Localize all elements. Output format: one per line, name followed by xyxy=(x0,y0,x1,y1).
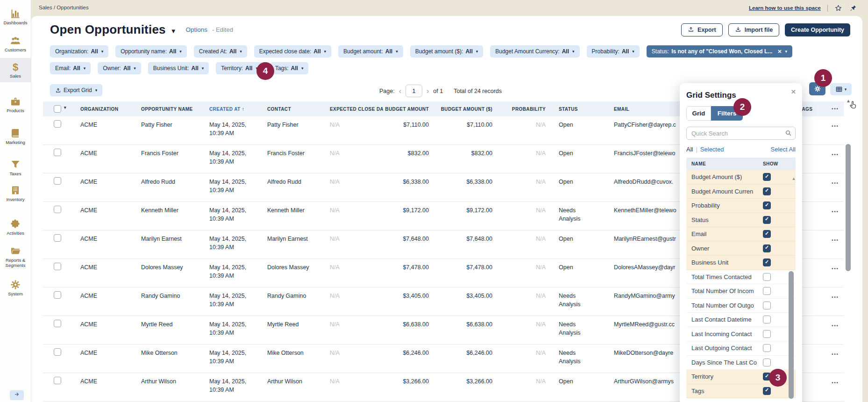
show-checkbox[interactable] xyxy=(763,302,771,309)
panel-column-row-status[interactable]: Status xyxy=(686,213,796,228)
quick-search-input[interactable] xyxy=(686,127,796,140)
filter-chip-expected-close-date[interactable]: Expected close date: All▾ xyxy=(254,45,331,57)
close-icon[interactable]: ✕ xyxy=(777,49,782,55)
close-icon[interactable]: ✕ xyxy=(791,88,796,95)
filter-chip-budget-amount[interactable]: Budget amount: All▾ xyxy=(338,45,403,57)
export-grid-button[interactable]: Export Grid ▾ xyxy=(50,84,102,96)
row-actions-icon[interactable]: ••• xyxy=(827,202,844,230)
column-header-probability[interactable]: PROBABILITY xyxy=(499,101,552,116)
breadcrumb[interactable]: Sales / Opportunities xyxy=(39,5,89,10)
filter-chip-status[interactable]: Status: Is not any of "Closed Won, Close… xyxy=(647,45,792,57)
column-menu-icon[interactable]: ••• xyxy=(827,101,844,116)
panel-column-row-budget-amount-curren[interactable]: Budget Amount Curren xyxy=(686,185,796,199)
filter-selected-link[interactable]: Selected xyxy=(700,146,724,153)
filter-chip-territory[interactable]: Territory: All▾ xyxy=(216,62,263,74)
row-checkbox[interactable] xyxy=(54,348,61,356)
filter-all-link[interactable]: All xyxy=(686,146,693,153)
column-header-status[interactable]: STATUS xyxy=(552,101,607,116)
filter-chip-email[interactable]: Email: All▾ xyxy=(50,62,91,74)
sidebar-item-sales[interactable]: $Sales xyxy=(0,58,31,82)
sidebar-item-inventory[interactable]: Inventory xyxy=(0,181,31,206)
filter-chip-budget-amount-currency[interactable]: Budget Amount Currency: All▾ xyxy=(490,45,579,57)
table-scrollbar[interactable] xyxy=(846,144,851,271)
export-button[interactable]: Export xyxy=(681,23,723,36)
row-checkbox[interactable] xyxy=(54,234,61,242)
panel-column-row-total-number-of-incom[interactable]: Total Number Of Incom xyxy=(686,284,796,299)
filter-chip-budget-amount[interactable]: Budget amount ($): All▾ xyxy=(410,45,484,57)
row-checkbox[interactable] xyxy=(54,291,61,299)
show-checkbox[interactable] xyxy=(763,258,771,266)
column-header-budget-amount[interactable]: BUDGET AMOUNT xyxy=(383,101,435,116)
row-actions-icon[interactable]: ••• xyxy=(827,345,844,373)
sidebar-item-marketing[interactable]: Marketing xyxy=(0,124,31,149)
column-header-created-at[interactable]: CREATED AT↑ xyxy=(203,101,261,116)
page-next-icon[interactable]: › xyxy=(427,87,429,95)
panel-column-row-last-incoming-contact[interactable]: Last Incoming Contact xyxy=(686,327,796,342)
row-checkbox[interactable] xyxy=(54,149,61,156)
column-header-budget-amount[interactable]: BUDGET AMOUNT ($) xyxy=(435,101,499,116)
row-actions-icon[interactable]: ••• xyxy=(827,230,844,258)
row-actions-icon[interactable]: ••• xyxy=(827,145,844,173)
panel-column-row-total-times-contacted[interactable]: Total Times Contacted xyxy=(686,270,796,285)
row-checkbox[interactable] xyxy=(54,377,61,384)
show-checkbox[interactable] xyxy=(763,244,771,252)
column-header-expected-close-date[interactable]: EXPECTED CLOSE DATE xyxy=(323,101,383,116)
sidebar-item-reports-segments[interactable]: Reports & Segments xyxy=(0,242,31,272)
title-caret-icon[interactable]: ▼ xyxy=(171,28,177,35)
options-link[interactable]: Options xyxy=(186,26,208,33)
panel-scroll-up-icon[interactable]: ▲ xyxy=(791,176,797,181)
show-checkbox[interactable] xyxy=(763,173,771,181)
show-checkbox[interactable] xyxy=(763,201,771,209)
row-actions-icon[interactable]: ••• xyxy=(827,173,844,201)
show-checkbox[interactable] xyxy=(763,216,771,224)
page-prev-icon[interactable]: ‹ xyxy=(399,87,401,95)
panel-column-row-last-outgoing-contact[interactable]: Last Outgoing Contact xyxy=(686,341,796,356)
show-checkbox[interactable] xyxy=(763,344,771,352)
panel-column-row-business-unit[interactable]: Business Unit xyxy=(686,256,796,270)
filter-chip-organization[interactable]: Organization: All▾ xyxy=(50,45,108,57)
sidebar-item-system[interactable]: System xyxy=(0,276,31,300)
select-all-link[interactable]: Select All xyxy=(771,146,796,153)
panel-scrollbar[interactable] xyxy=(789,271,794,399)
create-opportunity-button[interactable]: Create Opportunity xyxy=(785,23,850,36)
grid-view-button[interactable]: ▾ xyxy=(830,83,852,95)
sidebar-item-dashboards[interactable]: Dashboards xyxy=(0,5,31,29)
panel-column-row-owner[interactable]: Owner xyxy=(686,242,796,256)
select-all-checkbox[interactable] xyxy=(54,105,61,113)
sidebar-item-activities[interactable]: Activities xyxy=(0,215,31,239)
filter-chip-opportunity-name[interactable]: Opportunity name: All▾ xyxy=(115,45,187,57)
page-number-input[interactable]: 1 xyxy=(406,85,422,97)
row-checkbox[interactable] xyxy=(54,320,61,327)
show-checkbox[interactable] xyxy=(763,287,771,295)
show-checkbox[interactable] xyxy=(763,316,771,323)
row-actions-icon[interactable]: ••• xyxy=(827,373,844,401)
sidebar-item-products[interactable]: Products xyxy=(0,93,31,117)
show-checkbox[interactable] xyxy=(763,187,771,195)
filter-chip-owner[interactable]: Owner: All▾ xyxy=(98,62,141,74)
filter-chip-business-unit[interactable]: Business Unit: All▾ xyxy=(148,62,209,74)
row-checkbox[interactable] xyxy=(54,177,61,185)
row-actions-icon[interactable]: ••• xyxy=(827,116,844,144)
panel-column-row-probability[interactable]: Probability xyxy=(686,199,796,213)
row-checkbox[interactable] xyxy=(54,120,61,128)
filter-chip-tags[interactable]: Tags: All▾ xyxy=(270,62,309,74)
show-checkbox[interactable] xyxy=(763,273,771,281)
pin-icon[interactable] xyxy=(849,4,857,12)
column-header-contact[interactable]: CONTACT xyxy=(261,101,323,116)
star-icon[interactable] xyxy=(834,4,842,12)
show-checkbox[interactable] xyxy=(763,387,771,395)
show-checkbox[interactable] xyxy=(763,330,771,338)
column-header-organization[interactable]: ORGANIZATION xyxy=(74,101,135,116)
sidebar-item-customers[interactable]: Customers xyxy=(0,32,31,56)
row-checkbox[interactable] xyxy=(54,206,61,213)
filter-chip-created-at[interactable]: Created At: All▾ xyxy=(194,45,247,57)
column-header-opportunity-name[interactable]: OPPORTUNITY NAME xyxy=(135,101,203,116)
show-checkbox[interactable] xyxy=(763,359,771,366)
chevron-down-icon[interactable]: ▾ xyxy=(64,105,66,110)
sidebar-expand-button[interactable] xyxy=(10,390,24,400)
row-actions-icon[interactable]: ••• xyxy=(827,287,844,316)
sidebar-item-taxes[interactable]: Taxes xyxy=(0,156,31,180)
show-checkbox[interactable] xyxy=(763,230,771,238)
row-checkbox[interactable] xyxy=(54,263,61,270)
panel-column-row-last-contact-datetime[interactable]: Last Contact Datetime xyxy=(686,313,796,327)
